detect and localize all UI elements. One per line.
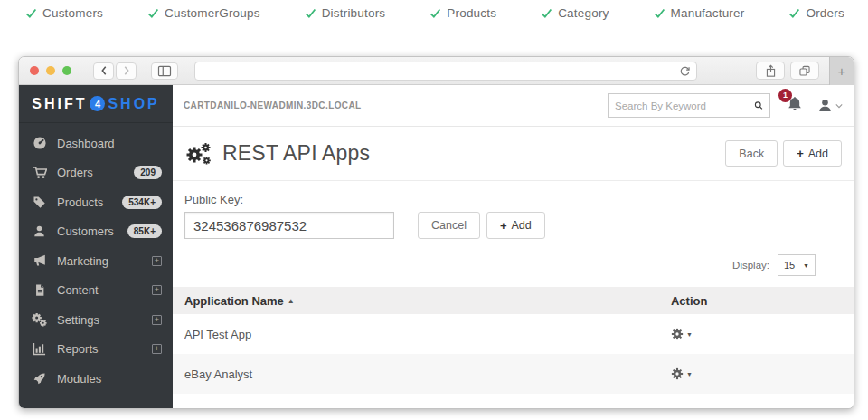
logo-text-shop: SHOP <box>108 96 159 112</box>
action-cell: ▼ <box>671 368 842 380</box>
logo-text-shift: SHIFT <box>32 96 87 112</box>
keyword-search-box[interactable] <box>608 93 770 118</box>
tag-distributors[interactable]: Distributors <box>305 6 386 20</box>
confirm-add-button[interactable]: + Add <box>486 212 545 239</box>
display-count-row: Display: 15 ▼ <box>173 254 854 276</box>
user-menu-button[interactable] <box>817 98 843 113</box>
gear-icon <box>671 328 684 340</box>
sidebar-item-content[interactable]: Content + <box>19 276 173 306</box>
url-input[interactable] <box>201 65 679 76</box>
main-content: CARTDANILO-NEWADMIN.3DC.LOCAL 1 <box>173 85 854 409</box>
user-icon <box>32 224 47 238</box>
new-tab-button[interactable]: + <box>829 57 854 85</box>
sidebar-item-orders[interactable]: Orders 209 <box>19 158 173 188</box>
shift4shop-logo[interactable]: SHIFT 4 SHOP <box>19 85 173 123</box>
share-button[interactable] <box>756 62 785 80</box>
sidebar-item-label: Marketing <box>57 254 152 268</box>
share-icon <box>765 64 777 78</box>
minimize-window-button[interactable] <box>46 66 55 75</box>
caret-down-icon: ▼ <box>686 331 693 338</box>
topbar-actions: 1 <box>608 93 843 118</box>
sidebar-item-label: Settings <box>57 313 152 327</box>
tag-products[interactable]: Products <box>429 6 496 20</box>
public-key-label: Public Key: <box>184 193 842 206</box>
table-row: API Test App ▼ <box>173 314 854 354</box>
back-button[interactable] <box>93 62 114 80</box>
check-icon <box>305 7 316 19</box>
row-actions-dropdown[interactable]: ▼ <box>671 368 698 380</box>
logo-four-badge: 4 <box>90 96 105 111</box>
page-actions: Back + Add <box>725 140 842 167</box>
column-application-name[interactable]: Application Name ▲ <box>184 294 671 308</box>
sidebar-item-label: Reports <box>57 342 152 356</box>
caret-down-icon: ▼ <box>686 371 693 377</box>
sidebar-item-label: Dashboard <box>57 137 162 150</box>
rocket-icon <box>32 372 47 386</box>
tag-category[interactable]: Category <box>541 6 609 20</box>
search-input[interactable] <box>615 100 754 111</box>
apps-table: Application Name ▲ Action API Test App <box>173 287 854 394</box>
file-icon <box>32 283 47 297</box>
forward-button[interactable] <box>116 62 137 80</box>
cart-icon <box>32 166 47 180</box>
row-actions-dropdown[interactable]: ▼ <box>671 328 698 340</box>
sidebar: SHIFT 4 SHOP Dashboard Orders 209 <box>19 85 173 409</box>
expand-icon[interactable]: + <box>152 315 162 325</box>
sidebar-toggle-button[interactable] <box>151 62 178 80</box>
public-key-form: Public Key: Cancel + Add <box>173 181 854 239</box>
close-window-button[interactable] <box>30 66 39 75</box>
page-title-text: REST API Apps <box>222 141 370 166</box>
zoom-window-button[interactable] <box>62 66 71 75</box>
chevron-down-icon <box>835 103 843 109</box>
sidebar-item-marketing[interactable]: Marketing + <box>19 246 173 276</box>
public-key-input[interactable] <box>184 212 394 239</box>
tag-customergroups[interactable]: CustomerGroups <box>147 6 260 20</box>
sidebar-item-modules[interactable]: Modules <box>19 364 173 394</box>
sidebar-item-settings[interactable]: Settings + <box>19 305 173 335</box>
store-domain-breadcrumb: CARTDANILO-NEWADMIN.3DC.LOCAL <box>184 100 362 110</box>
check-icon <box>25 7 37 19</box>
sidebar-menu: Dashboard Orders 209 Products 534K+ <box>19 123 173 394</box>
app-name-cell: eBay Analyst <box>184 368 671 381</box>
tabs-overview-button[interactable] <box>790 62 819 80</box>
plus-icon: + <box>797 147 804 160</box>
tag-icon <box>32 195 47 209</box>
sidebar-item-reports[interactable]: Reports + <box>19 335 173 365</box>
tag-label: Orders <box>806 6 844 20</box>
expand-icon[interactable]: + <box>152 256 162 266</box>
tag-manufacturer[interactable]: Manufacturer <box>654 6 745 20</box>
sidebar-item-products[interactable]: Products 534K+ <box>19 187 173 217</box>
sidebar-icon <box>157 65 172 77</box>
refresh-icon[interactable] <box>679 65 691 77</box>
sidebar-item-label: Modules <box>57 372 162 386</box>
search-icon[interactable] <box>754 99 763 112</box>
page-title: REST API Apps <box>184 141 370 166</box>
display-count-value: 15 <box>784 260 795 271</box>
page-header: REST API Apps Back + Add <box>173 127 854 181</box>
display-count-select[interactable]: 15 ▼ <box>778 254 816 276</box>
check-icon <box>541 7 552 19</box>
expand-icon[interactable]: + <box>152 344 162 354</box>
browser-chrome: + <box>19 57 854 85</box>
sidebar-item-dashboard[interactable]: Dashboard <box>19 129 173 158</box>
tag-customers[interactable]: Customers <box>25 6 103 20</box>
expand-icon[interactable]: + <box>152 285 162 295</box>
browser-window: + SHIFT 4 SHOP Dashboard <box>18 56 854 409</box>
sidebar-item-customers[interactable]: Customers 85K+ <box>19 217 173 247</box>
tag-label: Manufacturer <box>671 6 745 20</box>
plus-icon: + <box>500 219 507 233</box>
notifications-button[interactable]: 1 <box>787 96 803 116</box>
tabs-icon <box>798 64 811 77</box>
sidebar-item-label: Content <box>57 283 152 297</box>
bar-chart-icon <box>32 342 47 356</box>
back-button[interactable]: Back <box>725 140 778 167</box>
address-bar[interactable] <box>194 62 697 81</box>
sidebar-item-label: Orders <box>57 166 134 179</box>
tag-label: Products <box>447 6 496 20</box>
cancel-button[interactable]: Cancel <box>418 212 480 239</box>
check-icon <box>147 7 159 19</box>
check-icon <box>429 7 441 19</box>
tag-orders[interactable]: Orders <box>788 6 844 20</box>
add-app-button[interactable]: + Add <box>783 140 842 167</box>
app-name-cell: API Test App <box>184 328 671 341</box>
